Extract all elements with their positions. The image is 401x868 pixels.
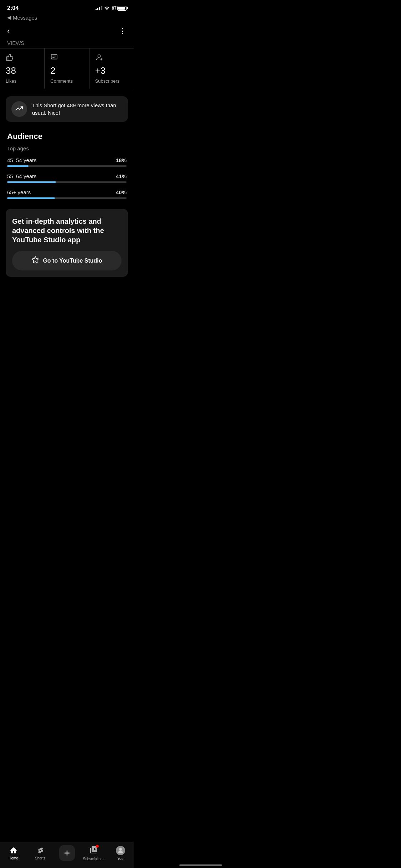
subscribers-label: Subscribers bbox=[95, 78, 128, 84]
stat-comments: 2 Comments bbox=[45, 48, 89, 89]
audience-section: Audience Top ages 45–54 years 18% 55–64 … bbox=[0, 132, 134, 199]
comments-label: Comments bbox=[50, 78, 83, 84]
nav-header: ‹ ⋮ bbox=[0, 24, 134, 40]
insight-icon-wrap bbox=[11, 101, 27, 117]
audience-title: Audience bbox=[0, 132, 134, 145]
messages-back[interactable]: ◀ Messages bbox=[0, 14, 134, 24]
stat-likes: 38 Likes bbox=[0, 48, 45, 89]
studio-button-label: Go to YouTube Studio bbox=[43, 258, 102, 264]
trending-icon bbox=[15, 104, 23, 114]
status-bar: 2:04 97 bbox=[0, 0, 134, 14]
subscribers-value: +3 bbox=[95, 65, 128, 76]
age-range-1: 55–64 years bbox=[7, 173, 37, 179]
bar-track-1 bbox=[7, 181, 127, 183]
stats-row: 38 Likes 2 Comments +3 Subscribers bbox=[0, 48, 134, 89]
age-range-2: 65+ years bbox=[7, 189, 31, 195]
age-range-0: 45–54 years bbox=[7, 157, 37, 163]
comments-icon bbox=[50, 53, 83, 63]
age-pct-1: 41% bbox=[116, 173, 127, 179]
top-ages-label: Top ages bbox=[0, 145, 134, 157]
bar-fill-1 bbox=[7, 181, 56, 183]
go-to-studio-button[interactable]: Go to YouTube Studio bbox=[12, 251, 122, 270]
studio-card: Get in-depth analytics and advanced cont… bbox=[6, 209, 128, 277]
status-right: 97 bbox=[96, 5, 127, 11]
insight-text: This Short got 489 more views than usual… bbox=[32, 102, 122, 117]
battery-icon bbox=[117, 6, 127, 11]
age-row-1: 55–64 years 41% bbox=[7, 173, 127, 183]
status-time: 2:04 bbox=[7, 5, 19, 11]
views-label: VIEWS bbox=[0, 40, 134, 48]
more-options-button[interactable]: ⋮ bbox=[119, 26, 127, 36]
age-bars: 45–54 years 18% 55–64 years 41% 65+ year… bbox=[0, 157, 134, 199]
back-arrow-messages: ◀ bbox=[7, 14, 11, 21]
insight-card: This Short got 489 more views than usual… bbox=[6, 96, 128, 122]
bar-fill-2 bbox=[7, 197, 55, 199]
age-pct-2: 40% bbox=[116, 189, 127, 195]
wifi-icon bbox=[104, 5, 110, 11]
studio-card-title: Get in-depth analytics and advanced cont… bbox=[12, 217, 122, 244]
age-row-2: 65+ years 40% bbox=[7, 189, 127, 199]
likes-value: 38 bbox=[6, 65, 38, 76]
back-button[interactable]: ‹ bbox=[7, 26, 10, 36]
likes-icon bbox=[6, 53, 38, 63]
battery-pct: 97 bbox=[112, 6, 117, 11]
svg-point-3 bbox=[98, 55, 100, 57]
svg-marker-4 bbox=[32, 257, 38, 263]
age-row-0: 45–54 years 18% bbox=[7, 157, 127, 167]
bar-track-2 bbox=[7, 197, 127, 199]
bar-track-0 bbox=[7, 165, 127, 167]
bar-fill-0 bbox=[7, 165, 29, 167]
comments-value: 2 bbox=[50, 65, 83, 76]
stat-subscribers: +3 Subscribers bbox=[89, 48, 134, 89]
likes-label: Likes bbox=[6, 78, 38, 84]
signal-icon bbox=[96, 6, 102, 10]
studio-icon bbox=[31, 256, 39, 265]
age-pct-0: 18% bbox=[116, 157, 127, 163]
subscribers-icon bbox=[95, 53, 128, 63]
